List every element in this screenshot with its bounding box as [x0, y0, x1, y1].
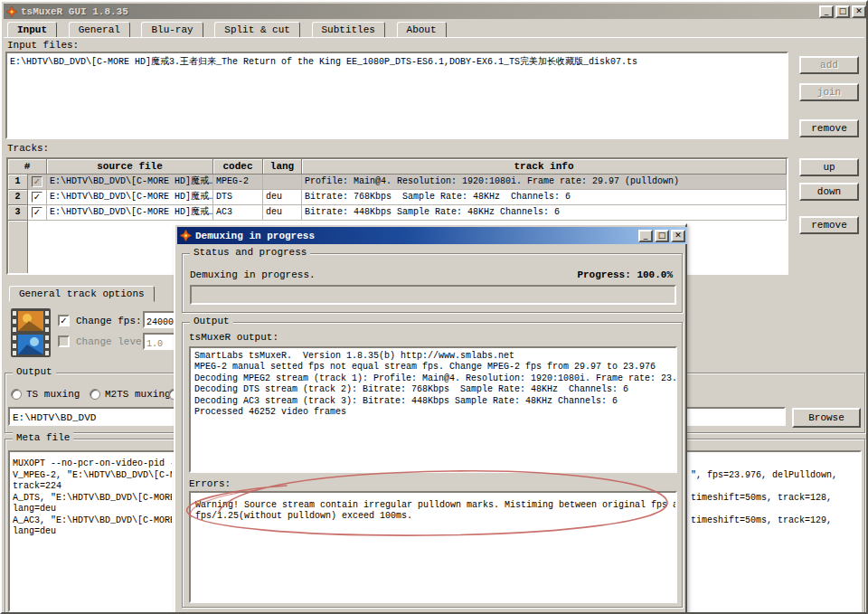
dialog-app-icon	[180, 230, 192, 241]
change-level-checkbox[interactable]: ✓	[58, 335, 70, 347]
join-button[interactable]: join	[799, 83, 859, 101]
meta-file-text-right: timeshift=50ms, track=128,	[691, 493, 832, 503]
dialog-titlebar[interactable]: Demuxing in progress _ □ ✕	[177, 227, 687, 244]
track-checkbox[interactable]: ✓	[32, 192, 42, 203]
progress-label: Progress: 100.0%	[577, 269, 673, 280]
row-header[interactable]: 2	[8, 190, 28, 205]
tab-bluray[interactable]: Blu-ray	[141, 22, 203, 38]
input-file-path[interactable]: E:\HDTV\BD_DVD\[C-MORE HD]魔戒3.王者归来_The R…	[7, 53, 787, 70]
dialog-maximize-icon[interactable]: □	[655, 230, 669, 242]
cell-source: E:\HDTV\BD_DVD\[C-MORE HD]魔戒…	[47, 175, 213, 190]
dialog-close-icon[interactable]: ✕	[671, 230, 685, 242]
track-up-button[interactable]: up	[799, 158, 859, 176]
cell-info: Bitrate: 768Kbps Sample Rate: 48KHz Chan…	[302, 190, 787, 205]
col-lang[interactable]: lang	[263, 159, 302, 175]
output-path: E:\HDTV\BD_DVD	[10, 412, 96, 423]
col-num[interactable]: #	[8, 159, 47, 175]
change-fps-label: Change fps:	[76, 316, 142, 326]
output-group-label: Output	[13, 366, 56, 377]
cell-source: E:\HDTV\BD_DVD\[C-MORE HD]魔戒…	[47, 205, 213, 221]
demuxing-dialog: Demuxing in progress _ □ ✕ Status and pr…	[174, 223, 687, 614]
track-checkbox[interactable]: ✓	[32, 176, 42, 187]
input-files-label: Input files:	[7, 40, 79, 51]
row-header-gutter	[8, 221, 28, 273]
meta-file-text-left: MUXOPT --no-pcr-on-video-pid -- V_MPEG-2…	[13, 458, 172, 538]
cell-codec: DTS	[213, 190, 263, 205]
app-icon	[6, 6, 17, 17]
cell-codec: MPEG-2	[213, 175, 263, 190]
tsmuxer-output-label: tsMuxeR output:	[189, 332, 278, 343]
row-header[interactable]: 3	[8, 205, 28, 221]
tab-divider	[4, 37, 864, 38]
cell-info: Bitrate: 448Kbps Sample Rate: 48KHz Chan…	[302, 205, 787, 221]
window-title: tsMuxeR GUI 1.8.35	[21, 6, 128, 17]
status-text: Demuxing in progress.	[190, 269, 316, 280]
close-icon[interactable]: ✕	[852, 5, 866, 18]
m2ts-muxing-radio[interactable]	[90, 389, 100, 400]
progress-bar	[190, 285, 676, 305]
restore-icon[interactable]: □	[835, 5, 850, 18]
tracks-table-header: # source file codec lang track info	[8, 159, 787, 175]
track-checkbox[interactable]: ✓	[32, 207, 42, 218]
cell-lang	[263, 175, 302, 190]
change-level-label: Change level:	[76, 336, 154, 347]
errors-box[interactable]: Warning! Source stream contain irregular…	[189, 491, 677, 603]
error-text: Warning! Source stream contain irregular…	[195, 500, 671, 511]
col-info[interactable]: track info	[302, 159, 787, 175]
tab-general-track-options[interactable]: General track options	[9, 286, 155, 302]
meta-file-label: Meta file	[13, 432, 73, 443]
change-fps-checkbox[interactable]: ✓	[58, 315, 70, 326]
filmstrip-icon	[11, 308, 51, 362]
tab-subtitles[interactable]: Subtitles	[312, 22, 385, 38]
error-text: fps/1.25(without pulldown) exceed 100ms.	[195, 511, 671, 522]
errors-label: Errors:	[189, 478, 231, 489]
ts-muxing-radio[interactable]	[11, 389, 22, 400]
tab-split-cut[interactable]: Split & cut	[214, 22, 300, 38]
m2ts-muxing-label[interactable]: M2TS muxing	[105, 389, 171, 400]
dialog-output-group: Output tsMuxeR output: SmartLabs tsMuxeR…	[182, 322, 683, 608]
table-row[interactable]: 2 ✓ E:\HDTV\BD_DVD\[C-MORE HD]魔戒… DTS de…	[8, 190, 787, 205]
col-source[interactable]: source file	[47, 159, 213, 175]
tsmuxer-output-box[interactable]: SmartLabs tsMuxeR. Version 1.8.35(b) htt…	[189, 346, 677, 473]
change-level-field: 1.0	[143, 333, 175, 350]
browse-button[interactable]: Browse	[792, 408, 861, 428]
track-down-button[interactable]: down	[799, 183, 859, 201]
cell-info: Profile: Main@4. Resolution: 1920:1080i.…	[302, 175, 787, 190]
cell-codec: AC3	[213, 205, 263, 221]
main-titlebar[interactable]: tsMuxeR GUI 1.8.35 _ □ ✕	[4, 4, 868, 19]
dialog-output-group-label: Output	[190, 316, 233, 326]
col-codec[interactable]: codec	[213, 159, 263, 175]
app-root: tsMuxeR GUI 1.8.35 _ □ ✕ Input General B…	[0, 0, 868, 614]
cell-source: E:\HDTV\BD_DVD\[C-MORE HD]魔戒…	[47, 190, 213, 205]
tracks-label: Tracks:	[7, 143, 49, 154]
minimize-icon[interactable]: _	[819, 5, 834, 18]
tab-bar: Input General Blu-ray Split & cut Subtit…	[7, 21, 449, 38]
meta-file-text-right: timeshift=50ms, track=129,	[691, 515, 832, 525]
cell-lang: deu	[263, 205, 302, 221]
track-remove-button[interactable]: remove	[799, 216, 859, 234]
input-files-box[interactable]: E:\HDTV\BD_DVD\[C-MORE HD]魔戒3.王者归来_The R…	[5, 52, 788, 139]
table-row[interactable]: 3 ✓ E:\HDTV\BD_DVD\[C-MORE HD]魔戒… AC3 de…	[8, 205, 787, 221]
tab-general[interactable]: General	[69, 22, 130, 38]
meta-file-text-right: ", fps=23.976, delPulldown,	[691, 470, 837, 480]
dialog-title: Demuxing in progress	[195, 231, 315, 241]
tab-input[interactable]: Input	[7, 22, 57, 38]
cell-lang: deu	[263, 190, 302, 205]
status-group-label: Status and progress	[190, 247, 310, 258]
status-group: Status and progress Demuxing in progress…	[182, 253, 683, 313]
row-header[interactable]: 1	[8, 175, 28, 190]
dialog-minimize-icon[interactable]: _	[638, 230, 653, 242]
table-row[interactable]: 1 ✓ E:\HDTV\BD_DVD\[C-MORE HD]魔戒… MPEG-2…	[8, 175, 787, 190]
remove-file-button[interactable]: remove	[799, 119, 859, 137]
tab-about[interactable]: About	[397, 22, 447, 38]
ts-muxing-label[interactable]: TS muxing	[26, 389, 80, 400]
add-button[interactable]: add	[799, 56, 859, 74]
